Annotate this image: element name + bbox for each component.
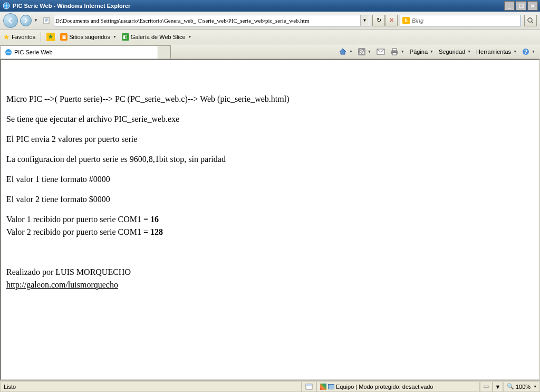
stop-button[interactable]: ✕ — [385, 15, 398, 26]
mail-icon — [377, 49, 385, 55]
pagina-label: Página — [410, 49, 428, 55]
status-progress — [480, 381, 493, 392]
sites-icon: ▣ — [60, 33, 68, 41]
zoom-level[interactable]: 🔍 100% ▼ — [503, 381, 540, 392]
bing-icon: b — [402, 17, 410, 24]
page-line-1: Micro PIC -->( Puerto serie)--> PC (PC_s… — [6, 93, 534, 106]
mail-button[interactable] — [375, 47, 387, 56]
address-dropdown[interactable]: ▼ — [360, 15, 369, 26]
zoom-icon: 🔍 — [507, 383, 514, 390]
valor1-value: 16 — [150, 215, 159, 224]
tab-command-bar: PIC Serie Web ▼ ▼ ▼ Página ▼ Seguridad ▼… — [0, 44, 540, 59]
svg-rect-9 — [392, 53, 397, 55]
nav-history-dropdown[interactable]: ▼ — [34, 18, 40, 23]
magnifier-icon — [527, 17, 534, 24]
pagina-menu[interactable]: Página ▼ — [408, 47, 435, 56]
sitios-sugeridos-button[interactable]: ▣ Sitios sugeridos ▼ — [60, 33, 117, 41]
separator — [41, 32, 41, 42]
svg-rect-13 — [306, 384, 312, 386]
page-icon — [42, 16, 51, 25]
window-controls: _ ❐ ✕ — [504, 1, 538, 11]
page-line-5: El valor 1 tiene formato #0000 — [6, 173, 534, 186]
home-icon — [339, 47, 347, 56]
herramientas-menu[interactable]: Herramientas ▼ — [475, 47, 518, 56]
home-button[interactable]: ▼ — [337, 46, 354, 57]
status-zone-text: Equipo | Modo protegido: desactivado — [336, 384, 433, 390]
status-ready: Listo — [0, 381, 302, 392]
rss-icon — [358, 48, 365, 55]
back-button[interactable] — [3, 13, 18, 28]
maximize-button[interactable]: ❐ — [516, 1, 526, 11]
valor2-value: 128 — [150, 227, 163, 236]
tab-pic-serie-web[interactable]: PIC Serie Web — [0, 45, 158, 59]
chevron-down-icon: ▼ — [188, 35, 192, 39]
web-slice-button[interactable]: ◧ Galería de Web Slice ▼ — [122, 33, 192, 41]
search-input[interactable] — [412, 17, 518, 24]
seguridad-menu[interactable]: Seguridad ▼ — [437, 47, 472, 56]
help-icon: ? — [522, 48, 529, 55]
chevron-down-icon: ▼ — [113, 35, 117, 39]
svg-point-2 — [528, 18, 532, 22]
svg-rect-14 — [484, 386, 488, 387]
web-slice-icon: ◧ — [122, 33, 129, 41]
zoom-text: 100% — [516, 384, 531, 390]
feeds-button[interactable]: ▼ — [356, 47, 373, 56]
zoom-dropdown[interactable]: ▼ — [493, 381, 503, 392]
status-ready-text: Listo — [4, 384, 16, 390]
help-button[interactable]: ? ▼ — [520, 47, 537, 56]
content-area: Micro PIC -->( Puerto serie)--> PC (PC_s… — [0, 59, 540, 380]
command-bar: ▼ ▼ ▼ Página ▼ Seguridad ▼ Herramientas … — [337, 44, 540, 59]
favorites-button[interactable]: ★ Favoritos — [3, 33, 35, 41]
monitor-icon — [328, 384, 334, 389]
status-popup-blocker[interactable] — [302, 381, 316, 392]
svg-rect-8 — [392, 49, 397, 51]
favorites-bar: ★ Favoritos ★ ▣ Sitios sugeridos ▼ ◧ Gal… — [0, 30, 540, 44]
refresh-icon: ↻ — [377, 17, 381, 24]
author-line: Realizado por LUIS MORQUECHO — [6, 266, 534, 279]
search-box: b — [400, 15, 521, 26]
svg-rect-1 — [44, 17, 49, 24]
add-favorite-icon: ★ — [46, 33, 55, 41]
window-titlebar: PIC Serie Web - Windows Internet Explore… — [0, 0, 540, 12]
popup-icon — [305, 384, 313, 390]
sitios-label: Sitios sugeridos — [69, 34, 110, 40]
refresh-button[interactable]: ↻ — [372, 15, 385, 26]
page-body: Micro PIC -->( Puerto serie)--> PC (PC_s… — [2, 61, 538, 303]
valor1-label: Valor 1 recibido por puerto serie COM1 = — [6, 215, 150, 224]
slice-label: Galería de Web Slice — [131, 34, 186, 40]
address-box: ▼ — [54, 15, 370, 26]
window-title: PIC Serie Web - Windows Internet Explore… — [13, 3, 504, 9]
seguridad-label: Seguridad — [439, 49, 465, 55]
status-bar: Listo Equipo | Modo protegido: desactiva… — [0, 380, 540, 392]
search-button[interactable] — [524, 15, 537, 26]
forward-button[interactable] — [20, 15, 32, 26]
favorites-label: Favoritos — [12, 34, 35, 40]
star-icon: ★ — [3, 33, 10, 41]
ie-page-icon — [5, 49, 12, 56]
stop-icon: ✕ — [389, 17, 394, 24]
print-icon — [390, 48, 399, 55]
page-line-4: La configuracion del puerto serie es 960… — [6, 153, 534, 166]
svg-text:?: ? — [524, 49, 527, 55]
shield-icon — [320, 384, 326, 390]
print-button[interactable]: ▼ — [389, 47, 406, 56]
add-favorite-button[interactable]: ★ — [46, 33, 55, 41]
ie-logo-icon — [2, 2, 11, 10]
page-line-3: El PIC envia 2 valores por puerto serie — [6, 133, 534, 146]
page-line-2: Se tiene que ejecutar el archivo PIC_ser… — [6, 113, 534, 126]
close-button[interactable]: ✕ — [527, 1, 538, 11]
svg-point-5 — [359, 52, 361, 54]
tab-title: PIC Serie Web — [14, 49, 53, 55]
nav-bar: ▼ ▼ ↻ ✕ b — [0, 12, 540, 30]
herramientas-label: Herramientas — [476, 49, 511, 55]
new-tab-button[interactable] — [158, 45, 171, 59]
page-line-6: El valor 2 tiene formato $0000 — [6, 193, 534, 206]
author-link[interactable]: http://galeon.com/luismorquecho — [6, 280, 118, 289]
progress-icon — [484, 384, 489, 390]
minimize-button[interactable]: _ — [504, 1, 515, 11]
valor2-label: Valor 2 recibido por puerto serie COM1 = — [6, 227, 150, 236]
status-zone[interactable]: Equipo | Modo protegido: desactivado — [316, 381, 480, 392]
address-input[interactable] — [55, 17, 360, 24]
